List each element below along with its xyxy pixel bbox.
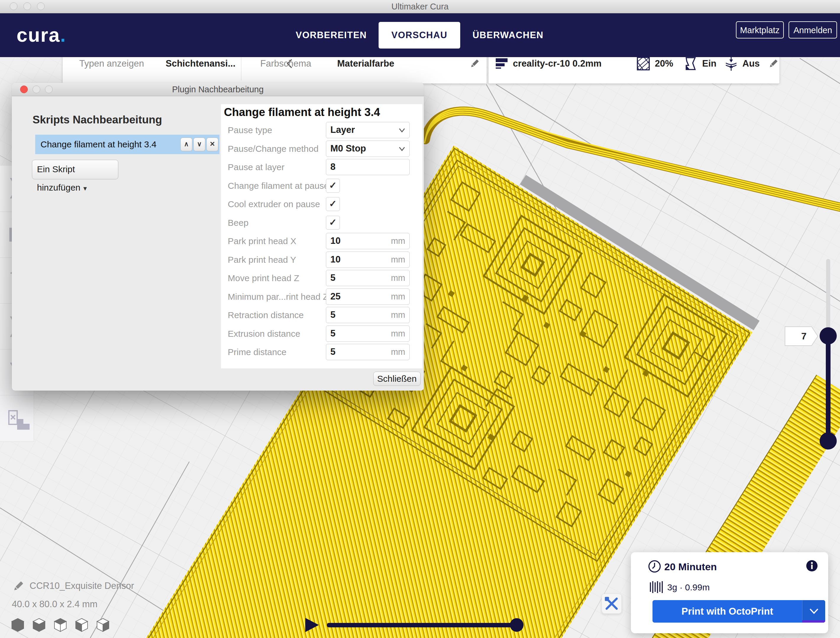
scrubber-handle[interactable] [510,618,524,632]
print-button[interactable]: Print with OctoPrint [652,600,825,623]
view-front-icon [33,619,45,632]
layer-slider-handle-top[interactable] [819,327,837,344]
checkmark-icon: ✓ [329,199,337,209]
print-button-accent [802,620,825,623]
print-time: 20 Minuten [664,561,717,573]
form-row-label: Extrusion distance [228,325,300,343]
move-script-up-button[interactable]: ∧ [180,138,192,151]
infill-icon [636,57,651,71]
caret-down-icon: ▼ [82,185,88,192]
dialog-title: Plugin Nachbearbeitung [12,83,424,96]
form-row-label: Move print head Z [228,269,299,288]
script-name: Change filament at height 3.4 [41,135,156,154]
input-field[interactable]: 5mm [326,270,410,286]
dropdown-field[interactable]: Layer [326,122,410,138]
form-row: Park print head Y10mm [221,251,422,269]
view-right-icon [97,619,109,632]
field-unit: mm [391,233,405,249]
form-rows: Pause typeLayerPause/Change methodM0 Sto… [221,121,422,362]
model-dimensions: 40.0 x 80.0 x 2.4 mm [12,599,97,610]
layer-slider-track[interactable] [826,259,830,337]
input-field[interactable]: 5mm [326,344,410,360]
form-row: Move print head Z5mm [221,269,422,288]
rename-pencil-icon[interactable] [12,580,24,592]
input-field[interactable]: 10mm [326,252,410,268]
tab-vorschau[interactable]: VORSCHAU [379,22,460,49]
form-row-label: Cool extruder on pause [228,195,320,214]
dropdown-field[interactable]: M0 Stop [326,141,410,157]
field-value: 5 [330,344,335,359]
field-value: M0 Stop [330,141,366,156]
form-row: Pause at layer8 [221,158,422,177]
form-row: Retraction distance5mm [221,306,422,325]
field-value: 5 [330,326,335,341]
signin-button[interactable]: Anmelden [788,21,837,38]
view-orientation-buttons[interactable] [12,619,109,632]
field-value: Layer [330,122,355,138]
input-field[interactable]: 25mm [326,288,410,305]
layers-icon [495,57,509,71]
remove-script-button[interactable]: ✕ [207,138,218,151]
add-script-dropdown[interactable]: Ein Skript hinzufügen▼ [32,160,118,179]
checkbox[interactable]: ✓ [326,197,340,211]
view-3d-icon [12,619,24,632]
support-blocker-icon[interactable] [9,411,30,430]
input-field[interactable]: 10mm [326,233,410,249]
cura-window: 7 Ul [0,0,840,638]
print-info-card: 20 Minuten 3g · 0.99m Print with OctoPri… [631,552,828,633]
form-row: Change filament at pause✓ [221,177,422,195]
form-row-label: Park print head X [228,232,296,251]
main-nav: cura. VORBEREITEN VORSCHAU ÜBERWACHEN Ma… [0,13,840,57]
close-dialog-button[interactable]: Schließen [373,372,421,386]
form-row: Park print head X10mm [221,232,422,251]
print-options-chevron[interactable] [802,600,825,623]
clock-icon [648,560,661,573]
info-icon[interactable] [806,560,818,572]
edit-printer-pencil-icon[interactable] [768,58,778,69]
form-row-label: Pause/Change method [228,140,319,158]
form-row: Beep✓ [221,214,422,232]
edit-pencil-icon[interactable] [469,58,480,69]
form-row-label: Minimum par...rint head Z [228,288,328,306]
form-row: Pause/Change methodM0 Stop [221,140,422,158]
checkmark-icon: ✓ [329,180,337,191]
field-value: 8 [330,159,335,174]
input-field[interactable]: 5mm [326,326,410,342]
input-field[interactable]: 8 [326,159,410,175]
move-script-down-button[interactable]: ∨ [193,138,205,151]
current-layer-number: 7 [798,326,810,346]
tab-vorbereiten[interactable]: VORBEREITEN [293,13,370,57]
form-row: Minimum par...rint head Z25mm [221,288,422,306]
script-list-item-selected[interactable]: Change filament at height 3.4 ∧ ∨ ✕ [35,135,219,154]
support-icon [684,57,698,71]
field-unit: mm [391,344,405,359]
script-settings-heading: Change filament at height 3.4 [224,106,380,119]
field-value: 5 [330,270,335,286]
checkbox[interactable]: ✓ [326,216,340,230]
play-button[interactable] [305,618,319,632]
form-row-label: Change filament at pause [228,177,329,195]
form-row-label: Pause at layer [228,158,284,177]
window-titlebar[interactable]: Ultimaker Cura [0,0,840,13]
field-unit: mm [391,326,405,341]
tab-ueberwachen[interactable]: ÜBERWACHEN [467,13,549,57]
print-button-label[interactable]: Print with OctoPrint [652,600,802,623]
cura-logo: cura. [17,24,66,46]
checkbox[interactable]: ✓ [326,179,340,193]
material-usage: 3g · 0.99m [667,583,710,592]
view-top-icon [54,619,66,632]
field-value: 5 [330,307,335,323]
script-settings-panel: Change filament at height 3.4 Pause type… [221,104,422,369]
scripts-heading: Skripts Nachbearbeitung [33,114,162,126]
post-processing-dialog: Plugin Nachbearbeitung Skripts Nachbearb… [12,83,424,391]
dialog-titlebar[interactable]: Plugin Nachbearbeitung [12,83,424,96]
layer-slider-handle-bottom[interactable] [819,432,837,450]
input-field[interactable]: 5mm [326,307,410,323]
marketplace-button[interactable]: Marktplatz [736,21,784,38]
model-name[interactable]: CCR10_Exquisite Densor [30,581,134,591]
field-value: 10 [330,233,340,249]
form-row: Cool extruder on pause✓ [221,195,422,214]
adjust-settings-button[interactable] [602,594,622,614]
field-value: 25 [330,289,340,304]
scrubber-track[interactable] [327,623,518,627]
